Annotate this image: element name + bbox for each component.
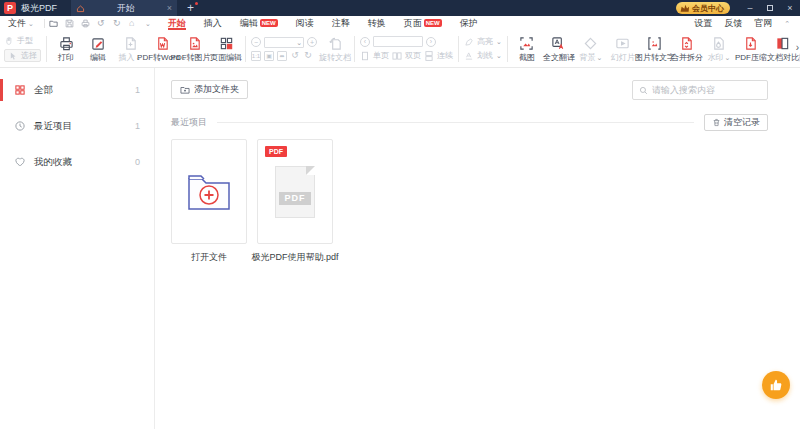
- save-icon[interactable]: [65, 19, 74, 28]
- settings-link[interactable]: 设置: [694, 17, 712, 30]
- maximize-button[interactable]: [760, 0, 780, 16]
- pdf-file-card[interactable]: PDF PDF: [257, 139, 333, 244]
- collapse-ribbon-icon[interactable]: ⌃: [784, 20, 790, 27]
- sidebar-item-count: 1: [135, 85, 140, 95]
- menu-protect[interactable]: 保护: [451, 16, 487, 30]
- divider: [245, 36, 246, 62]
- home-quick-icon[interactable]: ⌂: [129, 19, 138, 28]
- edit-label: 编辑: [90, 53, 106, 62]
- sidebar-item-recent[interactable]: 最近项目 1: [0, 108, 154, 144]
- tab-label: 开始: [85, 2, 167, 15]
- menu-page[interactable]: 页面NEW: [395, 16, 451, 30]
- caret-down-icon[interactable]: ⌄: [145, 20, 151, 27]
- body: 全部 1 最近项目 1 我的收藏 0 添加文件夹: [0, 68, 800, 429]
- redo-icon[interactable]: ↻: [113, 19, 122, 28]
- menu-label: 转换: [368, 17, 386, 30]
- undo-icon[interactable]: ↺: [97, 19, 106, 28]
- fit-width-button[interactable]: ⬌: [277, 51, 287, 61]
- rotate-left-button[interactable]: ↺: [290, 51, 300, 61]
- doc-compare-button[interactable]: 文档对比: [767, 31, 799, 67]
- translate-button[interactable]: 全文翻译: [543, 31, 575, 67]
- close-button[interactable]: ×: [780, 0, 800, 16]
- caret-down-icon: ⌄: [28, 20, 34, 27]
- pdf-type-badge: PDF: [265, 146, 287, 157]
- edit-button[interactable]: 编辑: [82, 31, 114, 67]
- actual-size-button[interactable]: 1:1: [251, 51, 261, 61]
- print-label: 打印: [58, 53, 74, 62]
- tab-home[interactable]: 开始 ×: [71, 0, 177, 16]
- background-button[interactable]: 背景⌄: [575, 31, 607, 67]
- divider: [46, 36, 47, 62]
- title-bar: P 极光PDF 开始 × + 会员中心 – ×: [0, 0, 800, 16]
- hand-tool[interactable]: 手型: [4, 35, 41, 46]
- background-label: 背景⌄: [579, 53, 602, 62]
- print-button[interactable]: 打印: [50, 31, 82, 67]
- highlight-label: 高亮: [477, 36, 493, 47]
- sidebar-item-all[interactable]: 全部 1: [0, 72, 154, 108]
- divider: [458, 36, 459, 62]
- zoom-out-button[interactable]: −: [251, 37, 261, 47]
- menu-start[interactable]: 开始: [159, 16, 195, 30]
- screenshot-icon: [519, 36, 534, 51]
- merge-split-icon: [679, 36, 694, 51]
- tab-close-icon[interactable]: ×: [167, 3, 172, 13]
- menu-annotate[interactable]: 注释: [323, 16, 359, 30]
- select-tool[interactable]: 选择: [4, 49, 41, 62]
- highlight-button[interactable]: 高亮⌄: [464, 36, 502, 47]
- pdf-chip-label: PDF: [279, 192, 311, 205]
- underline-button[interactable]: 划线⌄: [464, 50, 502, 61]
- menu-convert[interactable]: 转换: [359, 16, 395, 30]
- single-page-button[interactable]: 单页: [360, 50, 389, 61]
- new-tab-button[interactable]: +: [187, 3, 194, 13]
- menu-label: 开始: [168, 17, 186, 30]
- print-quick-icon[interactable]: [81, 19, 90, 28]
- menu-edit[interactable]: 编辑NEW: [231, 16, 287, 30]
- zoom-in-button[interactable]: +: [307, 37, 317, 47]
- cursor-icon: [8, 51, 18, 61]
- prev-page-button[interactable]: ‹: [360, 37, 370, 47]
- add-folder-button[interactable]: 添加文件夹: [171, 80, 248, 99]
- screenshot-button[interactable]: 截图: [511, 31, 543, 67]
- merge-split-button[interactable]: 合并拆分: [671, 31, 703, 67]
- pdf-to-image-button[interactable]: PDF转图片⌄: [178, 31, 210, 67]
- open-file-card[interactable]: [171, 139, 247, 244]
- divider: [354, 36, 355, 62]
- menu-read[interactable]: 阅读: [287, 16, 323, 30]
- sidebar-item-label: 全部: [34, 84, 135, 97]
- translate-label: 全文翻译: [543, 53, 575, 62]
- vip-center-button[interactable]: 会员中心: [676, 2, 730, 14]
- watermark-button[interactable]: 水印⌄: [703, 31, 735, 67]
- feedback-fab-button[interactable]: [762, 371, 790, 399]
- section-title: 最近项目: [171, 116, 207, 129]
- rotate-doc-button[interactable]: 旋转文档: [319, 31, 351, 67]
- sidebar-item-favorites[interactable]: 我的收藏 0: [0, 144, 154, 180]
- zoom-level-select[interactable]: ⌄: [264, 37, 304, 48]
- rotate-doc-label: 旋转文档: [319, 53, 351, 62]
- menu-insert[interactable]: 插入: [195, 16, 231, 30]
- sidebar-item-label: 我的收藏: [34, 156, 135, 169]
- next-page-button[interactable]: ›: [426, 37, 436, 47]
- pdf-compress-button[interactable]: PDF压缩: [735, 31, 767, 67]
- page-edit-button[interactable]: 页面编辑: [210, 31, 242, 67]
- fit-page-button[interactable]: ▣: [264, 51, 274, 61]
- double-page-button[interactable]: 双页: [392, 50, 421, 61]
- official-site-link[interactable]: 官网: [754, 17, 772, 30]
- rotate-right-button[interactable]: ↻: [303, 51, 313, 61]
- file-menu[interactable]: 文件 ⌄: [0, 17, 40, 30]
- feedback-link[interactable]: 反馈: [724, 17, 742, 30]
- toolbar-expand-icon[interactable]: ›: [796, 42, 799, 53]
- trash-icon: [712, 118, 721, 127]
- page-number-input[interactable]: [373, 36, 423, 47]
- clear-records-button[interactable]: 清空记录: [704, 114, 768, 131]
- continuous-button[interactable]: 连续: [424, 50, 453, 61]
- search-input[interactable]: [652, 85, 761, 95]
- recent-files: 打开文件 PDF PDF 极光PDF使用帮助.pdf: [171, 139, 768, 264]
- image-to-text-button[interactable]: 图片转文字: [639, 31, 671, 67]
- image-to-text-label: 图片转文字: [635, 53, 675, 62]
- search-box[interactable]: [632, 80, 768, 100]
- slideshow-icon: [615, 36, 630, 51]
- minimize-button[interactable]: –: [740, 0, 760, 16]
- open-file-icon[interactable]: [49, 19, 58, 28]
- pdf-thumbnail: PDF: [275, 166, 315, 218]
- watermark-icon: [711, 36, 726, 51]
